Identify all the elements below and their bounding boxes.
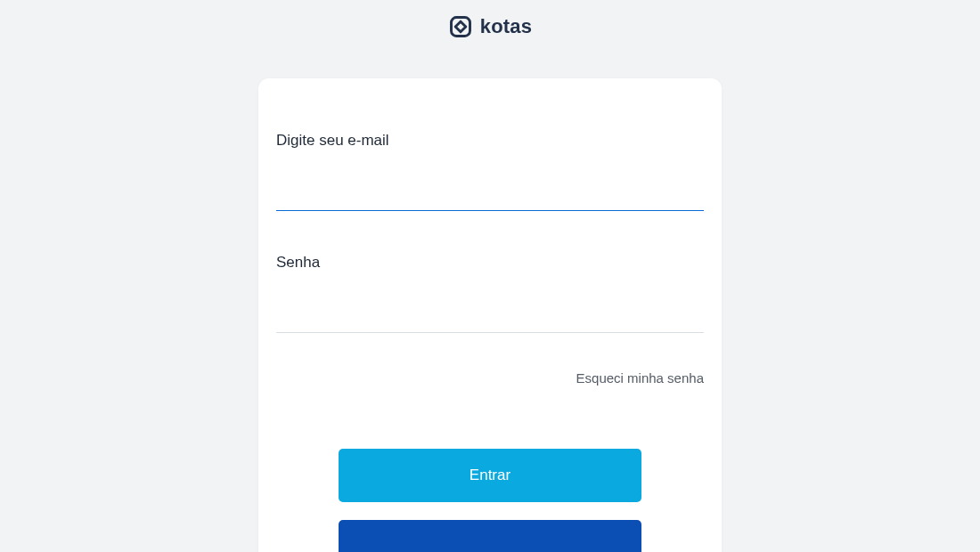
svg-rect-0 bbox=[451, 18, 470, 37]
email-field-group: Digite seu e-mail bbox=[276, 132, 704, 211]
password-label: Senha bbox=[276, 254, 704, 272]
password-field-group: Senha bbox=[276, 254, 704, 333]
email-label: Digite seu e-mail bbox=[276, 132, 704, 150]
brand-logo: kotas bbox=[0, 0, 980, 52]
secondary-login-button[interactable] bbox=[339, 520, 641, 552]
forgot-password-row: Esqueci minha senha bbox=[276, 370, 704, 386]
email-input[interactable] bbox=[276, 180, 704, 211]
kotas-logo-icon bbox=[448, 14, 473, 39]
password-input[interactable] bbox=[276, 302, 704, 333]
login-card: Digite seu e-mail Senha Esqueci minha se… bbox=[258, 78, 722, 552]
login-button[interactable]: Entrar bbox=[339, 449, 641, 502]
forgot-password-link[interactable]: Esqueci minha senha bbox=[576, 370, 704, 386]
brand-name: kotas bbox=[480, 15, 532, 38]
